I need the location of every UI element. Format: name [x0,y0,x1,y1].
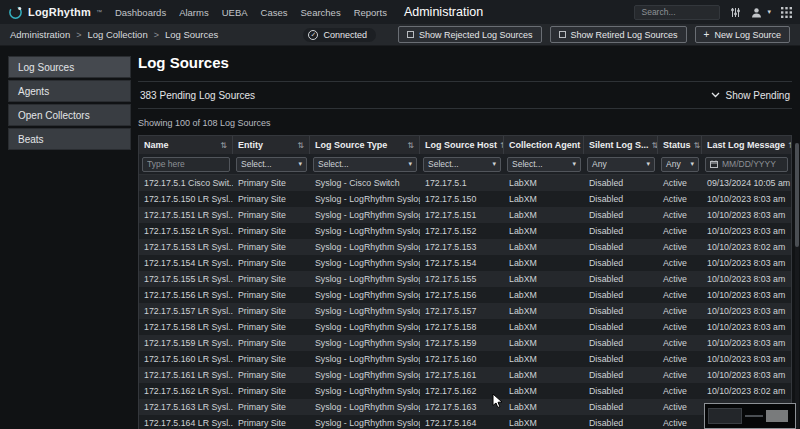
table-row[interactable]: 172.17.5.160 LR Sysl...Primary SiteSyslo… [139,351,791,367]
preview-line [745,415,763,417]
cell-host: 172.17.5.153 [420,242,504,252]
table-row[interactable]: 172.17.5.156 LR Sysl...Primary SiteSyslo… [139,287,791,303]
sidebar-item-log-sources[interactable]: Log Sources [8,56,131,78]
screen-preview-overlay[interactable] [704,403,796,429]
table-row[interactable]: 172.17.5.1 Cisco Swit...Primary SiteSysl… [139,175,791,191]
nav-item-ueba[interactable]: UEBA [222,7,248,18]
table-row[interactable]: 172.17.5.150 LR Sysl...Primary SiteSyslo… [139,191,791,207]
caret-down-icon: ▾ [690,160,694,168]
table-row[interactable]: 172.17.5.158 LR Sysl...Primary SiteSyslo… [139,319,791,335]
table-header: Name⇅ Entity⇅ Log Source Type⇅ Log Sourc… [139,136,791,154]
table-row[interactable]: 172.17.5.159 LR Sysl...Primary SiteSyslo… [139,335,791,351]
log-source-host-filter-select[interactable]: Select...▾ [423,157,501,172]
table-row[interactable]: 172.17.5.163 LR Sysl...Primary SiteSyslo… [139,399,791,415]
table-row[interactable]: 172.17.5.151 LR Sysl...Primary SiteSyslo… [139,207,791,223]
cell-name: 172.17.5.157 LR Sysl... [139,306,233,316]
column-header-collection-agent[interactable]: Collection Agent⇅ [504,136,584,154]
cell-entity: Primary Site [233,194,310,204]
brand[interactable]: LogRhythm ™ [8,5,102,20]
cell-type: Syslog - Cisco Switch [310,178,420,188]
chevron-down-icon [711,92,720,98]
cell-silent: Disabled [584,370,658,380]
nav-item-reports[interactable]: Reports [354,7,387,18]
column-header-silent-log[interactable]: Silent Log S...⇅ [584,136,658,154]
cell-last: 10/10/2023 8:03 am [702,194,791,204]
column-header-status[interactable]: Status⇅ [658,136,702,154]
table-row[interactable]: 172.17.5.157 LR Sysl...Primary SiteSyslo… [139,303,791,319]
sidebar-item-open-collectors[interactable]: Open Collectors [8,104,131,126]
entity-filter-select[interactable]: Select...▾ [236,157,307,172]
select-value: Select... [428,159,459,169]
nav-item-dashboards[interactable]: Dashboards [115,7,166,18]
cell-host: 172.17.5.151 [420,210,504,220]
column-header-name[interactable]: Name⇅ [139,136,233,154]
name-filter-input[interactable] [142,157,230,172]
sliders-icon[interactable] [730,7,741,18]
table-row[interactable]: 172.17.5.154 LR Sysl...Primary SiteSyslo… [139,255,791,271]
cell-last: 10/10/2023 8:03 am [702,226,791,236]
log-source-type-filter-select[interactable]: Select...▾ [313,157,417,172]
cell-agent: LabXM [504,418,584,428]
breadcrumb-log-sources[interactable]: Log Sources [165,29,218,40]
table-row[interactable]: 172.17.5.152 LR Sysl...Primary SiteSyslo… [139,223,791,239]
sort-icon[interactable]: ⇅ [788,141,791,150]
nav-item-alarms[interactable]: Alarms [179,7,209,18]
cell-type: Syslog - LogRhythm Syslog Ge... [310,258,420,268]
sidebar-item-beats[interactable]: Beats [8,128,131,150]
vertical-scrollbar[interactable] [795,143,799,429]
scrollbar-thumb[interactable] [795,143,799,247]
column-header-last-log-message[interactable]: Last Log Message⇅ [702,136,791,154]
column-header-log-source-host[interactable]: Log Source Host⇅ [420,136,504,154]
table-row[interactable]: 172.17.5.164 LR Sysl...Primary SiteSyslo… [139,415,791,429]
table-row[interactable]: 172.17.5.153 LR Sysl...Primary SiteSyslo… [139,239,791,255]
cell-host: 172.17.5.159 [420,338,504,348]
app-grid-icon[interactable] [781,7,792,18]
new-log-source-button[interactable]: + New Log Source [695,26,790,43]
sort-icon[interactable]: ⇅ [694,141,701,150]
table-row[interactable]: 172.17.5.155 LR Sysl...Primary SiteSyslo… [139,271,791,287]
cell-type: Syslog - LogRhythm Syslog Ge... [310,386,420,396]
sort-icon[interactable]: ⇅ [297,141,304,150]
silent-log-filter-select[interactable]: Any▾ [587,157,655,172]
column-header-log-source-type[interactable]: Log Source Type⇅ [310,136,420,154]
nav-item-cases[interactable]: Cases [261,7,288,18]
sidebar-item-label: Agents [18,86,49,97]
sidebar-item-agents[interactable]: Agents [8,80,131,102]
top-nav-right: ▾ [634,5,792,20]
column-header-entity[interactable]: Entity⇅ [233,136,310,154]
table-row[interactable]: 172.17.5.162 LR Sysl...Primary SiteSyslo… [139,383,791,399]
breadcrumb-administration[interactable]: Administration [10,29,70,40]
logrhythm-logo [8,5,23,20]
check-icon: ✓ [308,30,318,40]
cell-type: Syslog - LogRhythm Syslog Ge... [310,242,420,252]
user-menu[interactable]: ▾ [751,7,771,18]
nav-item-searches[interactable]: Searches [301,7,341,18]
show-rejected-label: Show Rejected Log Sources [419,30,533,40]
show-retired-log-sources-button[interactable]: Show Retired Log Sources [550,26,687,43]
caret-down-icon: ▾ [767,8,771,16]
cell-name: 172.17.5.156 LR Sysl... [139,290,233,300]
cell-host: 172.17.5.157 [420,306,504,316]
main-content: Log Sources 383 Pending Log Sources Show… [138,52,792,429]
cell-host: 172.17.5.161 [420,370,504,380]
show-pending-toggle[interactable]: Show Pending [711,90,791,101]
nav-item-administration-active[interactable]: Administration [404,5,483,19]
caret-down-icon: ▾ [492,160,496,168]
cell-entity: Primary Site [233,274,310,284]
cell-agent: LabXM [504,274,584,284]
sort-icon[interactable]: ⇅ [220,141,227,150]
search-input[interactable] [634,5,720,20]
last-log-date-filter[interactable]: MM/DD/YYYY [705,157,788,172]
cell-host: 172.17.5.164 [420,418,504,428]
cell-agent: LabXM [504,178,584,188]
breadcrumb-log-collection[interactable]: Log Collection [87,29,147,40]
show-rejected-log-sources-button[interactable]: Show Rejected Log Sources [398,26,542,43]
status-filter-select[interactable]: Any▾ [661,157,699,172]
table-row[interactable]: 172.17.5.161 LR Sysl...Primary SiteSyslo… [139,367,791,383]
cell-silent: Disabled [584,386,658,396]
table-body: 172.17.5.1 Cisco Swit...Primary SiteSysl… [139,175,791,429]
cell-status: Active [658,386,702,396]
sort-icon[interactable]: ⇅ [407,141,414,150]
collection-agent-filter-select[interactable]: Select...▾ [507,157,581,172]
cell-host: 172.17.5.160 [420,354,504,364]
